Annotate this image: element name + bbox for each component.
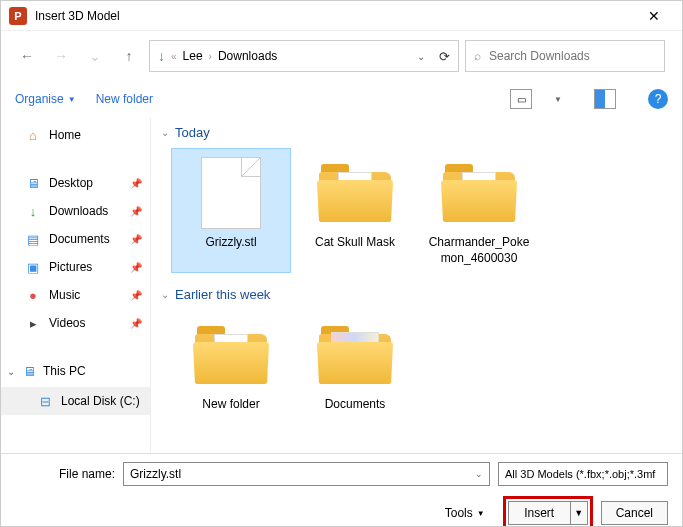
filename-label: File name:: [15, 467, 115, 481]
pc-icon: 🖥: [21, 363, 37, 379]
breadcrumb-crumb-downloads[interactable]: Downloads: [218, 49, 277, 63]
desktop-icon: 🖥: [25, 175, 41, 191]
folder-icon: [319, 164, 391, 222]
view-mode-button[interactable]: ▭: [510, 89, 532, 109]
pin-icon: 📌: [130, 234, 142, 245]
file-label: New folder: [202, 397, 259, 413]
sidebar-item-videos[interactable]: ▸ Videos 📌: [1, 309, 150, 337]
sidebar-item-downloads[interactable]: ↓ Downloads 📌: [1, 197, 150, 225]
chevron-down-icon: ⌄: [7, 366, 15, 377]
preview-pane-button[interactable]: [594, 89, 616, 109]
organise-label: Organise: [15, 92, 64, 106]
cancel-button[interactable]: Cancel: [601, 501, 668, 525]
music-icon: ●: [25, 287, 41, 303]
filename-input[interactable]: Grizzly.stl ⌄: [123, 462, 490, 486]
sidebar-item-label: Videos: [49, 316, 85, 330]
sidebar-item-pictures[interactable]: ▣ Pictures 📌: [1, 253, 150, 281]
sidebar-item-label: Desktop: [49, 176, 93, 190]
file-item-grizzly[interactable]: Grizzly.stl: [171, 148, 291, 273]
insert-button-highlight: Insert ▼: [503, 496, 593, 527]
sidebar-item-documents[interactable]: ▤ Documents 📌: [1, 225, 150, 253]
breadcrumb-root-chevron[interactable]: «: [171, 51, 177, 62]
folder-icon: [319, 326, 391, 384]
back-button[interactable]: ←: [13, 42, 41, 70]
title-bar: P Insert 3D Model ✕: [1, 1, 682, 31]
chevron-down-icon[interactable]: ⌄: [475, 469, 483, 479]
disk-icon: ⊟: [37, 393, 53, 409]
tools-button[interactable]: Tools ▼: [445, 506, 485, 520]
forward-button[interactable]: →: [47, 42, 75, 70]
refresh-button[interactable]: ⟳: [439, 49, 450, 64]
chevron-down-icon: ▼: [477, 509, 485, 518]
file-item-catskull[interactable]: Cat Skull Mask: [295, 148, 415, 273]
chevron-down-icon: ⌄: [161, 127, 169, 138]
toolbar: Organise ▼ New folder ▭ ▼ ?: [1, 81, 682, 117]
file-item-charmander[interactable]: Charmander_Pokemon_4600030: [419, 148, 539, 273]
breadcrumb-dropdown[interactable]: ⌄: [417, 51, 425, 62]
file-list: ⌄ Today Grizzly.stl Cat Skull Mask Charm…: [151, 117, 682, 453]
filename-value: Grizzly.stl: [130, 467, 181, 481]
group-today[interactable]: ⌄ Today: [161, 121, 682, 144]
file-label: Grizzly.stl: [205, 235, 256, 251]
breadcrumb[interactable]: ↓ « Lee › Downloads ⌄ ⟳: [149, 40, 459, 72]
sidebar-item-label: Music: [49, 288, 80, 302]
breadcrumb-crumb-lee[interactable]: Lee: [183, 49, 203, 63]
pin-icon: 📌: [130, 178, 142, 189]
file-type-filter[interactable]: All 3D Models (*.fbx;*.obj;*.3mf: [498, 462, 668, 486]
new-folder-button[interactable]: New folder: [96, 92, 153, 106]
filter-label: All 3D Models (*.fbx;*.obj;*.3mf: [505, 468, 655, 480]
documents-icon: ▤: [25, 231, 41, 247]
pin-icon: 📌: [130, 206, 142, 217]
downloads-icon: ↓: [158, 48, 165, 64]
insert-dropdown-button[interactable]: ▼: [570, 501, 588, 525]
window-title: Insert 3D Model: [35, 9, 634, 23]
organise-button[interactable]: Organise ▼: [15, 92, 76, 106]
sidebar: ⌂ Home 🖥 Desktop 📌 ↓ Downloads 📌 ▤ Docum…: [1, 117, 151, 453]
chevron-right-icon: ›: [209, 51, 212, 62]
group-label: Earlier this week: [175, 287, 270, 302]
sidebar-item-label: Local Disk (C:): [61, 394, 140, 408]
sidebar-item-label: Downloads: [49, 204, 108, 218]
pin-icon: 📌: [130, 290, 142, 301]
downloads-icon: ↓: [25, 203, 41, 219]
group-label: Today: [175, 125, 210, 140]
file-icon: [201, 157, 261, 229]
search-icon: ⌕: [474, 49, 481, 63]
footer: File name: Grizzly.stl ⌄ All 3D Models (…: [1, 453, 682, 527]
file-item-newfolder[interactable]: X New folder: [171, 310, 291, 420]
sidebar-item-local-disk[interactable]: ⊟ Local Disk (C:): [1, 387, 150, 415]
sidebar-item-label: Home: [49, 128, 81, 142]
search-input[interactable]: [489, 49, 656, 63]
pin-icon: 📌: [130, 262, 142, 273]
sidebar-item-label: Documents: [49, 232, 110, 246]
close-button[interactable]: ✕: [634, 8, 674, 24]
sidebar-item-label: Pictures: [49, 260, 92, 274]
help-button[interactable]: ?: [648, 89, 668, 109]
folder-icon: X: [195, 326, 267, 384]
sidebar-item-label: This PC: [43, 364, 86, 378]
file-label: Cat Skull Mask: [315, 235, 395, 251]
home-icon: ⌂: [25, 127, 41, 143]
sidebar-item-desktop[interactable]: 🖥 Desktop 📌: [1, 169, 150, 197]
sidebar-item-music[interactable]: ● Music 📌: [1, 281, 150, 309]
videos-icon: ▸: [25, 315, 41, 331]
file-label: Charmander_Pokemon_4600030: [424, 235, 534, 266]
insert-button[interactable]: Insert: [508, 501, 570, 525]
powerpoint-icon: P: [9, 7, 27, 25]
recent-locations-button[interactable]: ⌄: [81, 42, 109, 70]
file-item-documents[interactable]: Documents: [295, 310, 415, 420]
view-mode-dropdown[interactable]: ▼: [552, 95, 564, 104]
chevron-down-icon: ⌄: [161, 289, 169, 300]
sidebar-item-home[interactable]: ⌂ Home: [1, 121, 150, 149]
folder-icon: [443, 164, 515, 222]
pictures-icon: ▣: [25, 259, 41, 275]
nav-bar: ← → ⌄ ↑ ↓ « Lee › Downloads ⌄ ⟳ ⌕: [1, 31, 682, 81]
pin-icon: 📌: [130, 318, 142, 329]
search-box[interactable]: ⌕: [465, 40, 665, 72]
file-label: Documents: [325, 397, 386, 413]
tools-label: Tools: [445, 506, 473, 520]
chevron-down-icon: ▼: [68, 95, 76, 104]
up-button[interactable]: ↑: [115, 42, 143, 70]
sidebar-item-this-pc[interactable]: ⌄ 🖥 This PC: [1, 357, 150, 385]
group-earlier[interactable]: ⌄ Earlier this week: [161, 283, 682, 306]
